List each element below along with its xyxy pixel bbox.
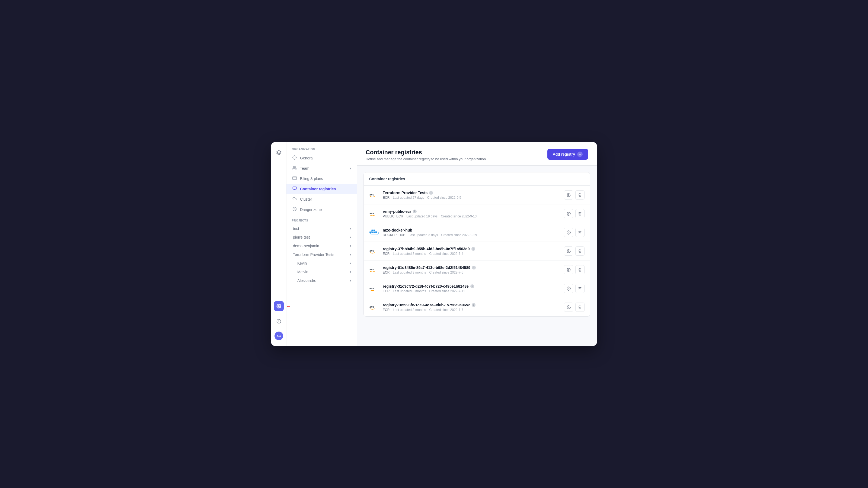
svg-text:aws: aws (369, 212, 374, 215)
row-actions (564, 284, 585, 293)
row-actions (564, 190, 585, 199)
kevin-chevron: ▾ (350, 261, 351, 265)
nav-item-cluster[interactable]: Cluster (286, 194, 357, 204)
registry-meta: ECR Last updated 3 months Created since … (383, 252, 560, 256)
alessandro-chevron: ▾ (350, 279, 351, 283)
info-icon-btn[interactable] (274, 316, 284, 326)
info-icon[interactable]: i (472, 266, 476, 269)
registry-name: registry-01d3485e-89a7-413c-b98e-2d2f514… (383, 265, 560, 270)
registry-row: aws Terraform Provider Tests i ECR Last … (364, 186, 590, 204)
nav-item-general[interactable]: General (286, 153, 357, 163)
nav-item-danger-zone[interactable]: Danger zone (286, 204, 357, 215)
registry-meta: ECR Last updated 27 days Created since 2… (383, 196, 560, 199)
cluster-label: Cluster (300, 197, 312, 201)
nav-item-billing[interactable]: Biling & plans (286, 173, 357, 184)
svg-rect-22 (373, 230, 375, 231)
svg-point-15 (568, 194, 569, 195)
billing-label: Biling & plans (300, 176, 323, 181)
danger-zone-label: Danger zone (300, 207, 322, 212)
registry-row: aws registry-105993fc-1ce9-4c7a-9d0b-157… (364, 298, 590, 316)
registry-name: remy-public-ecr i (383, 209, 560, 214)
svg-rect-7 (293, 177, 297, 180)
demo-benjamin-chevron: ▾ (350, 244, 351, 248)
container-registries-label: Container registries (300, 187, 336, 191)
info-icon[interactable]: i (471, 247, 475, 251)
nav-item-alessandro[interactable]: Alessandro ▾ (286, 276, 357, 285)
info-icon[interactable]: i (413, 209, 416, 214)
terraform-chevron: ▾ (350, 253, 351, 257)
registry-info: remy-public-ecr i PUBLIC_ECR Last update… (383, 209, 560, 218)
svg-text:aws: aws (369, 193, 374, 196)
delete-button[interactable] (575, 228, 585, 237)
registry-row: aws registry-31c3cf72-d28f-4c7f-b720-c49… (364, 279, 590, 298)
svg-point-27 (568, 251, 569, 252)
delete-button[interactable] (575, 302, 585, 312)
add-registry-button[interactable]: Add registry + (547, 149, 588, 160)
icon-sidebar: ← AC (271, 142, 286, 346)
delete-button[interactable] (575, 265, 585, 274)
svg-text:aws: aws (369, 250, 374, 252)
settings-button[interactable] (564, 302, 573, 312)
registry-meta: ECR Last updated 3 months Created since … (383, 308, 560, 312)
svg-line-13 (293, 208, 296, 210)
delete-button[interactable] (575, 284, 585, 293)
nav-sidebar: ORGANIZATION General (286, 142, 357, 346)
registry-list-section: Container registries aws Terraform Provi… (364, 172, 590, 317)
test-chevron: ▾ (350, 227, 351, 230)
settings-button[interactable] (564, 209, 573, 218)
nav-item-melvin[interactable]: Melvin ▾ (286, 268, 357, 276)
registry-info: registry-31c3cf72-d28f-4c7f-b720-c495e1b… (383, 284, 560, 293)
delete-button[interactable] (575, 247, 585, 256)
settings-button[interactable] (564, 228, 573, 237)
page-title: Container registries (366, 149, 487, 156)
nav-item-demo-benjamin[interactable]: demo-benjamin ▾ (286, 241, 357, 250)
page-subtitle: Define and manage the container registry… (366, 157, 487, 161)
nav-item-test[interactable]: test ▾ (286, 224, 357, 233)
info-icon[interactable]: i (472, 303, 475, 307)
danger-zone-icon (292, 207, 297, 212)
layers-icon[interactable] (274, 148, 284, 158)
settings-button[interactable] (564, 265, 573, 274)
row-actions (564, 247, 585, 256)
nav-item-pierre-test[interactable]: pierre test ▾ (286, 233, 357, 241)
settings-button[interactable] (564, 284, 573, 293)
svg-point-31 (568, 288, 569, 289)
registry-logo-aws: aws (369, 209, 379, 219)
cluster-icon (292, 197, 297, 202)
delete-button[interactable] (575, 209, 585, 218)
kevin-label: Kévin (296, 261, 307, 265)
registry-name: mzo-docker-hub (383, 228, 560, 232)
projects-section-label: PROJECTS (286, 219, 357, 224)
avatar[interactable]: AC (275, 332, 283, 340)
nav-item-container-registries[interactable]: Container registries (286, 184, 357, 194)
svg-point-17 (568, 213, 569, 214)
registry-row: mzo-docker-hub DOCKER_HUB Last updated 3… (364, 223, 590, 242)
team-icon (292, 166, 297, 171)
svg-rect-20 (373, 231, 375, 233)
registry-logo-aws: aws (369, 302, 379, 312)
add-registry-label: Add registry (553, 152, 575, 156)
registry-info: registry-37bb94b9-955b-4fd2-bc8b-0c7ff1a… (383, 247, 560, 256)
general-label: General (300, 156, 314, 160)
nav-item-terraform-provider-tests[interactable]: Terraform Provider Tests ▾ (286, 250, 357, 259)
svg-point-25 (568, 232, 569, 233)
svg-text:aws: aws (369, 268, 374, 271)
info-icon[interactable]: i (470, 284, 474, 288)
demo-benjamin-label: demo-benjamin (292, 244, 319, 248)
app-window: ← AC ORGANIZATION (271, 142, 597, 346)
row-actions (564, 228, 585, 237)
info-icon[interactable]: i (429, 191, 433, 195)
delete-button[interactable] (575, 190, 585, 199)
add-icon: + (577, 152, 583, 157)
settings-icon-btn[interactable] (274, 301, 284, 311)
svg-text:aws: aws (369, 305, 374, 308)
settings-button[interactable] (564, 190, 573, 199)
settings-button[interactable] (564, 247, 573, 256)
registry-name: Terraform Provider Tests i (383, 191, 560, 195)
nav-item-team[interactable]: Team ▾ (286, 163, 357, 173)
registry-name: registry-105993fc-1ce9-4c7a-9d0b-15756e9… (383, 303, 560, 307)
nav-item-kevin[interactable]: Kévin ▾ (286, 259, 357, 268)
test-label: test (292, 226, 299, 231)
melvin-label: Melvin (296, 270, 308, 274)
org-section-label: ORGANIZATION (286, 148, 357, 153)
